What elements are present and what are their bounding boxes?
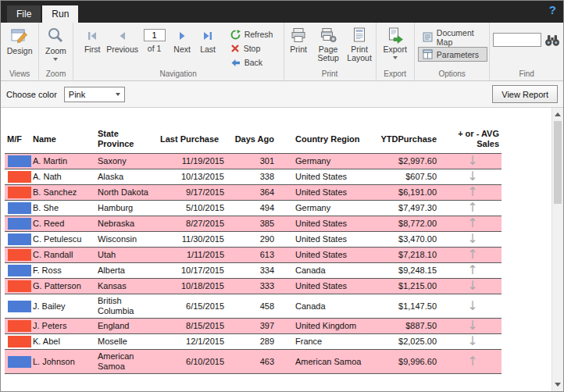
cell-state: England [95,319,158,333]
back-button[interactable]: Back [227,56,277,69]
scroll-down-button[interactable] [552,379,563,390]
export-button[interactable]: Export [382,25,409,59]
last-page-icon [202,30,214,42]
refresh-button[interactable]: Refresh [227,28,277,41]
table-row: L. JohnsonAmerican Samoa6/10/2015463Amer… [5,350,502,374]
color-select[interactable]: Pink [64,87,125,102]
page-setup-button[interactable]: Page Setup [314,25,343,62]
help-button[interactable]: ? [549,4,556,16]
first-page-button[interactable]: First [80,25,105,54]
find-binoculars-icon[interactable] [544,34,560,47]
cell-trend: ↓ [444,232,502,247]
scroll-down-arrow-icon [555,383,561,387]
cell-state: American Samoa [95,350,158,373]
table-row: A. NathAlaska10/13/2015338United States$… [5,169,502,185]
print-icon [290,27,307,44]
cell-state: British Columbia [95,294,158,318]
cell-ytd: $887.50 [369,319,444,333]
tab-run-label: Run [52,9,69,20]
stop-button[interactable]: Stop [227,42,277,55]
cell-state: Moselle [95,335,158,348]
titlebar: File Run ? [1,1,563,23]
cell-state: Saxony [95,155,158,168]
cell-mf [5,185,30,200]
cell-ytd: $607.50 [369,170,444,184]
gender-swatch [8,336,31,347]
cell-name: A. Martin [30,155,95,168]
zoom-icon [46,27,65,45]
down-arrow-icon: ↓ [467,153,477,168]
gender-swatch [8,155,31,167]
tab-run[interactable]: Run [42,5,78,23]
cell-last: 6/15/2015 [158,300,228,313]
previous-page-button[interactable]: Previous [105,25,140,54]
zoom-button[interactable]: Zoom [44,25,68,61]
table-row: J. BaileyBritish Columbia6/15/2015458Can… [5,294,502,319]
design-button[interactable]: Design [5,25,34,55]
gender-swatch [8,171,31,183]
cell-days: 463 [228,355,277,369]
design-icon [10,27,29,45]
document-map-label: Document Map [437,28,484,47]
ribbon-group-views: Design Views [1,23,39,80]
gender-swatch [8,320,31,332]
page-number-input[interactable] [144,29,166,41]
cell-country: France [277,335,369,348]
tab-file[interactable]: File [7,5,41,23]
last-page-button[interactable]: Last [195,25,221,54]
cell-last: 11/19/2015 [158,155,228,168]
scroll-up-arrow-icon [555,112,561,116]
cell-name: J. Bailey [30,300,95,313]
first-page-label: First [84,45,100,54]
print-button[interactable]: Print [286,25,312,54]
cell-last: 12/1/2015 [158,335,228,348]
first-page-icon [86,30,98,42]
document-map-toggle[interactable]: Document Map [418,30,488,45]
export-button-label: Export [384,45,407,54]
cell-days: 338 [228,170,277,184]
zoom-group-label: Zoom [39,69,72,80]
next-page-label: Next [173,45,191,54]
print-layout-icon [351,27,368,44]
cell-state: Kansas [95,280,158,293]
cell-trend: ↓ [444,279,502,294]
cell-trend: ↑ [444,216,502,231]
cell-days: 494 [228,201,277,215]
column-header-name: Name [30,133,95,146]
cell-last: 5/10/2015 [158,201,228,215]
back-icon [230,58,241,68]
cell-days: 385 [228,217,277,230]
view-report-button[interactable]: View Report [492,85,558,103]
parameters-toggle[interactable]: Parameters [418,47,488,62]
cell-mf [5,169,30,184]
cell-name: G. Patterson [30,280,95,293]
vertical-scrollbar[interactable] [552,108,563,391]
scrollbar-thumb[interactable] [554,121,562,204]
cell-ytd: $9,248.15 [369,264,444,277]
cell-ytd: $9,996.60 [369,355,444,369]
page-number-box: of 1 [140,25,170,53]
cell-trend: ↓ [444,334,502,349]
table-row: C. ReedNebraska8/27/2015385United States… [5,216,502,232]
find-input[interactable] [493,33,541,47]
cell-name: K. Abel [30,335,95,348]
cell-ytd: $3,470.00 [369,233,444,246]
cell-trend: ↓ [444,299,502,314]
cell-mf [5,299,30,314]
cell-ytd: $7,218.10 [369,248,444,262]
ribbon-group-export: Export Export [377,23,415,80]
cell-trend: ↓ [444,319,502,333]
table-row: C. RandallUtah1/11/2015613United States$… [5,248,502,263]
next-page-button[interactable]: Next [170,25,195,54]
parameters-label: Parameters [437,50,479,59]
cell-mf [5,154,30,169]
page-setup-button-label: Page Setup [316,45,341,62]
column-header-ytd: YTDPurchase [369,133,444,146]
cell-mf [5,319,30,333]
scroll-up-button[interactable] [552,109,563,120]
cell-days: 458 [228,300,277,313]
column-header-mf: M/F [5,133,30,146]
print-layout-button[interactable]: Print Layout [345,25,374,62]
table-row: K. AbelMoselle12/1/2015289France$2,025.0… [5,334,502,350]
ribbon-group-options: Document Map Parameters Op [415,23,491,80]
